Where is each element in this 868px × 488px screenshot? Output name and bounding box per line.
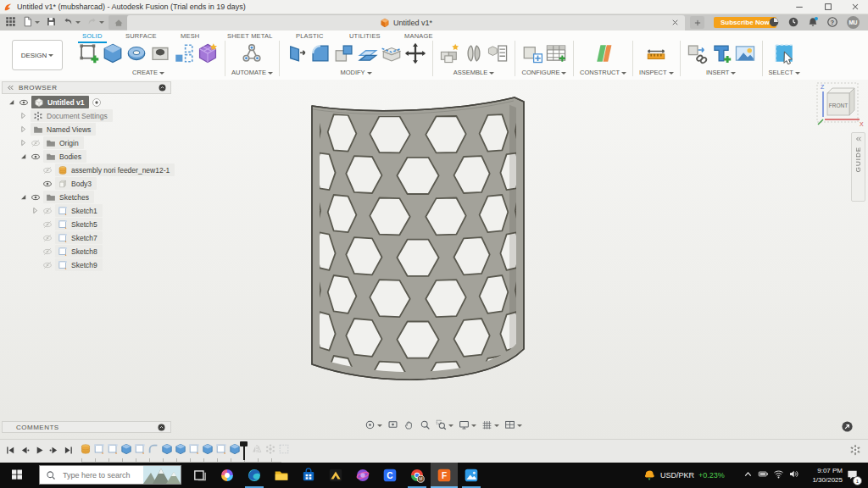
skip-end-button[interactable] (63, 444, 74, 459)
arrow-open-icon[interactable] (7, 97, 16, 107)
timeline-feature-extrude-7[interactable] (175, 443, 186, 455)
viewports-button[interactable] (504, 419, 522, 430)
timeline-feature-sketch-4[interactable] (134, 443, 146, 455)
derive-tool-button[interactable] (687, 42, 709, 64)
combine-tool-button[interactable] (333, 42, 355, 64)
group-label-select[interactable]: SELECT (769, 69, 800, 76)
timeline-feature-sketch-1[interactable] (93, 443, 105, 455)
arrow-open-icon[interactable] (19, 192, 28, 202)
close-tab-icon[interactable] (670, 18, 680, 27)
pan-button[interactable] (403, 419, 415, 430)
timeline-feature-fillet-feature-5[interactable] (147, 443, 159, 455)
configuration-tool-button[interactable] (521, 42, 543, 64)
group-label-configure[interactable]: CONFIGURE (521, 69, 566, 76)
taskbar-app-c-app[interactable]: C (376, 463, 403, 488)
select-tool-button[interactable] (773, 42, 795, 64)
minimize-button[interactable] (787, 0, 812, 14)
tree-item-sketches[interactable]: Sketches (19, 191, 94, 203)
timeline-future-select-box[interactable] (278, 443, 290, 455)
config-table-tool-button[interactable] (545, 42, 567, 64)
timeline-future-circular-pattern[interactable] (264, 443, 276, 455)
measure-tool-button[interactable] (645, 42, 667, 64)
guide-panel-tab[interactable]: GUIDE (851, 132, 865, 202)
tree-item-pill[interactable]: Bodies (43, 150, 86, 163)
tree-item-untitled-v1[interactable]: Untitled v1 (7, 96, 102, 108)
taskbar-app-photos[interactable] (458, 463, 485, 488)
subscribe-now-button[interactable]: Subscribe Now (714, 17, 776, 28)
comments-options-icon[interactable] (157, 423, 166, 432)
tree-item-body3[interactable]: Body3 (42, 177, 97, 190)
form-tool-button[interactable] (197, 42, 219, 64)
notifications-button[interactable] (807, 16, 819, 31)
model-body-honeycomb[interactable] (297, 93, 542, 407)
view-cube[interactable]: Z X FRONT (810, 81, 865, 136)
tree-item-sketch1[interactable]: Sketch1 (31, 204, 103, 217)
collapse-guide-icon[interactable] (854, 135, 863, 143)
eye-off-icon[interactable] (42, 165, 53, 175)
tree-item-pill[interactable]: Sketches (43, 191, 94, 203)
chevron-up-tray-icon[interactable] (743, 468, 754, 483)
eye-icon[interactable] (31, 192, 41, 202)
box-tool-button[interactable] (102, 42, 124, 64)
offset-tool-button[interactable] (357, 42, 379, 64)
eye-icon[interactable] (31, 152, 41, 162)
tree-item-document-settings[interactable]: Document Settings (19, 109, 113, 122)
collapse-browser-icon[interactable] (6, 83, 15, 92)
tree-item-sketch8[interactable]: Sketch8 (42, 245, 103, 258)
eye-icon[interactable] (42, 179, 53, 189)
canvas-image-tool-button[interactable] (734, 42, 756, 64)
start-button[interactable] (10, 468, 24, 481)
file-button[interactable] (22, 16, 40, 27)
joint-tool-button[interactable] (463, 42, 485, 64)
skip-start-button[interactable] (5, 444, 16, 459)
close-window-button[interactable] (843, 0, 868, 14)
pattern-tool-button[interactable] (173, 42, 195, 64)
tree-item-bodies[interactable]: Bodies (19, 150, 86, 163)
grid-display-button[interactable] (481, 419, 499, 430)
search-input[interactable] (61, 470, 139, 480)
document-tab[interactable]: Untitled v1* (127, 15, 685, 30)
taskbar-clock[interactable]: 9:07 PM 1/30/2025 (800, 466, 843, 485)
timeline-feature-extrude-9[interactable] (202, 443, 214, 455)
eye-off-icon[interactable] (42, 233, 53, 243)
tree-item-named-views[interactable]: Named Views (19, 123, 96, 136)
timeline-feature-component-0[interactable] (80, 443, 92, 455)
group-label-construct[interactable]: CONSTRUCT (580, 69, 626, 76)
tree-item-sketch7[interactable]: Sketch7 (42, 231, 103, 244)
tree-item-pill[interactable]: assembly nori feeder_new12-1 (55, 164, 175, 176)
eye-off-icon[interactable] (42, 206, 53, 216)
taskbar-app-chrome[interactable]: M (403, 463, 431, 488)
volume-tray-icon[interactable] (788, 468, 799, 483)
taskbar-app-store[interactable] (295, 463, 322, 488)
display-settings-button[interactable] (459, 419, 476, 430)
timeline-settings-icon[interactable] (849, 444, 861, 456)
arrow-closed-icon[interactable] (19, 111, 28, 120)
job-status-button[interactable] (768, 16, 780, 31)
taskbar-app-fusion[interactable]: F (431, 463, 458, 488)
viewport-canvas[interactable]: BROWSER Untitled v1Document SettingsName… (0, 80, 868, 439)
eye-off-icon[interactable] (42, 247, 53, 257)
tree-item-assembly-nori-feeder-new12-1[interactable]: assembly nori feeder_new12-1 (42, 164, 175, 176)
timeline-feature-extrude-3[interactable] (120, 443, 132, 455)
new-tab-button[interactable] (690, 16, 704, 29)
tree-item-sketch5[interactable]: Sketch5 (42, 218, 103, 230)
arrow-closed-icon[interactable] (31, 206, 40, 215)
move-tool-button[interactable] (404, 42, 426, 64)
insert-mesh-tool-button[interactable] (710, 42, 732, 64)
eye-off-icon[interactable] (31, 138, 41, 148)
timeline-future-mirror[interactable] (251, 443, 263, 455)
split-body-tool-button[interactable] (381, 42, 403, 64)
group-label-inspect[interactable]: INSPECT (639, 69, 674, 76)
tree-item-pill[interactable]: Sketch1 (55, 204, 103, 217)
eye-icon[interactable] (19, 97, 29, 108)
arrow-open-icon[interactable] (19, 152, 28, 161)
tree-item-pill[interactable]: Document Settings (31, 109, 113, 122)
eye-off-icon[interactable] (42, 260, 53, 270)
step-back-button[interactable] (19, 444, 31, 459)
group-label-assemble[interactable]: ASSEMBLE (453, 69, 494, 76)
zoom-window-button[interactable] (436, 419, 453, 430)
press-pull-tool-button[interactable] (286, 42, 308, 64)
taskbar-app-copilot[interactable] (214, 463, 241, 488)
group-label-automate[interactable]: AUTOMATE (231, 69, 273, 76)
search-highlight-thumbnail[interactable] (143, 466, 181, 484)
